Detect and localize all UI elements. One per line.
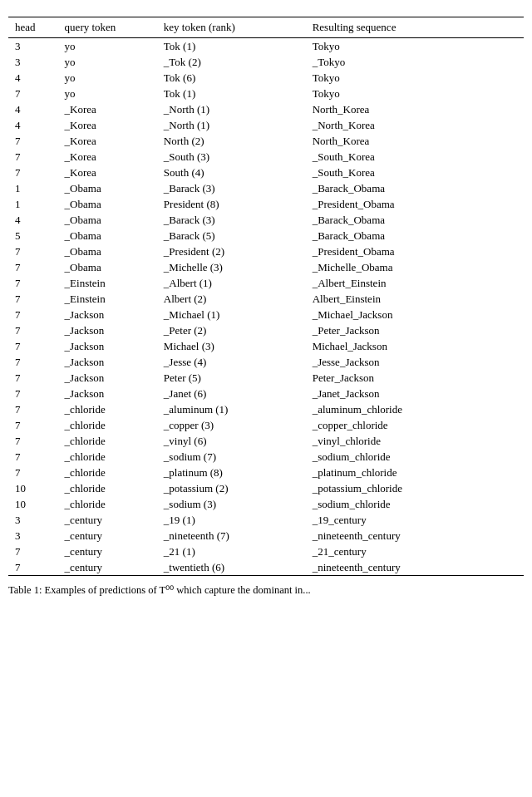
table-row: 7_JacksonMichael (3)Michael_Jackson xyxy=(8,338,524,354)
table-cell: _Tok (2) xyxy=(157,54,306,70)
table-cell: 1 xyxy=(8,196,58,212)
table-cell: 5 xyxy=(8,228,58,244)
table-cell: _sodium (3) xyxy=(157,496,306,512)
table-cell: _Korea xyxy=(58,149,157,165)
table-cell: Tokyo xyxy=(306,86,524,101)
table-row: 3yoTok (1)Tokyo xyxy=(8,38,524,55)
table-cell: _platinum_chloride xyxy=(306,465,524,480)
table-cell: 4 xyxy=(8,101,58,117)
table-cell: _President_Obama xyxy=(306,196,524,212)
col-head-header: head xyxy=(8,17,58,38)
table-cell: 7 xyxy=(8,133,58,149)
table-row: 1_Obama_Barack (3)_Barack_Obama xyxy=(8,180,524,196)
table-cell: Albert_Einstein xyxy=(306,291,524,307)
table-row: 7_chloride_vinyl (6)_vinyl_chloride xyxy=(8,433,524,449)
table-row: 7yoTok (1)Tokyo xyxy=(8,86,524,101)
table-cell: _Jackson xyxy=(58,338,157,354)
table-cell: Tok (1) xyxy=(157,86,306,101)
table-row: 10_chloride_sodium (3)_sodium_chloride xyxy=(8,496,524,512)
table-cell: 3 xyxy=(8,54,58,70)
col-result-header: Resulting sequence xyxy=(306,17,524,38)
table-cell: _chloride xyxy=(58,480,157,496)
table-cell: _chloride xyxy=(58,449,157,465)
table-cell: _Jackson xyxy=(58,386,157,401)
table-cell: _Einstein xyxy=(58,291,157,307)
table-cell: yo xyxy=(58,38,157,55)
table-cell: _Janet_Jackson xyxy=(306,386,524,401)
table-cell: Peter (5) xyxy=(157,370,306,386)
table-cell: _Obama xyxy=(58,244,157,259)
table-cell: _Barack_Obama xyxy=(306,180,524,196)
table-header-row: head query token key token (rank) Result… xyxy=(8,17,524,38)
table-cell: _Obama xyxy=(58,196,157,212)
table-cell: 7 xyxy=(8,559,58,576)
table-cell: Tok (6) xyxy=(157,70,306,86)
table-cell: _Barack (5) xyxy=(157,228,306,244)
table-cell: Michael_Jackson xyxy=(306,338,524,354)
table-row: 7_century_21 (1)_21_century xyxy=(8,544,524,559)
table-cell: 3 xyxy=(8,38,58,55)
table-cell: yo xyxy=(58,54,157,70)
table-cell: yo xyxy=(58,86,157,101)
table-row: 7_Jackson_Janet (6)_Janet_Jackson xyxy=(8,386,524,401)
table-cell: _North (1) xyxy=(157,101,306,117)
table-cell: _Jesse (4) xyxy=(157,354,306,370)
table-cell: _21_century xyxy=(306,544,524,559)
table-cell: North (2) xyxy=(157,133,306,149)
table-cell: _Obama xyxy=(58,180,157,196)
table-cell: _century xyxy=(58,559,157,576)
table-cell: _Michelle_Obama xyxy=(306,259,524,275)
table-cell: _copper (3) xyxy=(157,417,306,433)
table-cell: 3 xyxy=(8,528,58,544)
table-cell: 7 xyxy=(8,322,58,338)
table-cell: _copper_chloride xyxy=(306,417,524,433)
table-cell: _Michael_Jackson xyxy=(306,307,524,322)
table-row: 10_chloride_potassium (2)_potassium_chlo… xyxy=(8,480,524,496)
table-cell: Tok (1) xyxy=(157,38,306,55)
table-cell: North_Korea xyxy=(306,133,524,149)
data-table: head query token key token (rank) Result… xyxy=(8,17,524,576)
table-cell: _Jackson xyxy=(58,322,157,338)
table-cell: _Michael (1) xyxy=(157,307,306,322)
table-cell: 4 xyxy=(8,117,58,133)
table-cell: _century xyxy=(58,544,157,559)
table-cell: 7 xyxy=(8,291,58,307)
table-row: 7_Korea_South (3)_South_Korea xyxy=(8,149,524,165)
table-cell: _Korea xyxy=(58,133,157,149)
table-row: 7_Obama_President (2)_President_Obama xyxy=(8,244,524,259)
table-cell: 7 xyxy=(8,307,58,322)
table-row: 5_Obama_Barack (5)_Barack_Obama xyxy=(8,228,524,244)
table-cell: _North (1) xyxy=(157,117,306,133)
table-row: 7_Einstein_Albert (1)_Albert_Einstein xyxy=(8,275,524,291)
table-cell: _Albert_Einstein xyxy=(306,275,524,291)
table-cell: _Michelle (3) xyxy=(157,259,306,275)
table-cell: _chloride xyxy=(58,496,157,512)
table-cell: 7 xyxy=(8,275,58,291)
table-cell: 7 xyxy=(8,449,58,465)
table-cell: 7 xyxy=(8,86,58,101)
table-cell: _North_Korea xyxy=(306,117,524,133)
table-cell: _President (2) xyxy=(157,244,306,259)
table-cell: _South_Korea xyxy=(306,165,524,180)
table-cell: 10 xyxy=(8,496,58,512)
table-cell: 7 xyxy=(8,244,58,259)
col-query-header: query token xyxy=(58,17,157,38)
table-cell: _Tokyo xyxy=(306,54,524,70)
table-cell: Tokyo xyxy=(306,38,524,55)
table-cell: 7 xyxy=(8,259,58,275)
table-cell: 7 xyxy=(8,465,58,480)
table-row: 4_Korea_North (1)_North_Korea xyxy=(8,117,524,133)
table-cell: _South (3) xyxy=(157,149,306,165)
table-cell: President (8) xyxy=(157,196,306,212)
table-row: 3_century_19 (1)_19_century xyxy=(8,512,524,528)
table-cell: _President_Obama xyxy=(306,244,524,259)
table-cell: _Obama xyxy=(58,212,157,228)
table-cell: _chloride xyxy=(58,401,157,417)
caption-text: Table 1: Examples of predictions of T⁰⁰ … xyxy=(8,584,311,596)
table-cell: 3 xyxy=(8,512,58,528)
table-cell: 1 xyxy=(8,180,58,196)
table-cell: _Jackson xyxy=(58,307,157,322)
table-cell: South (4) xyxy=(157,165,306,180)
table-cell: _vinyl (6) xyxy=(157,433,306,449)
table-row: 7_Jackson_Peter (2)_Peter_Jackson xyxy=(8,322,524,338)
